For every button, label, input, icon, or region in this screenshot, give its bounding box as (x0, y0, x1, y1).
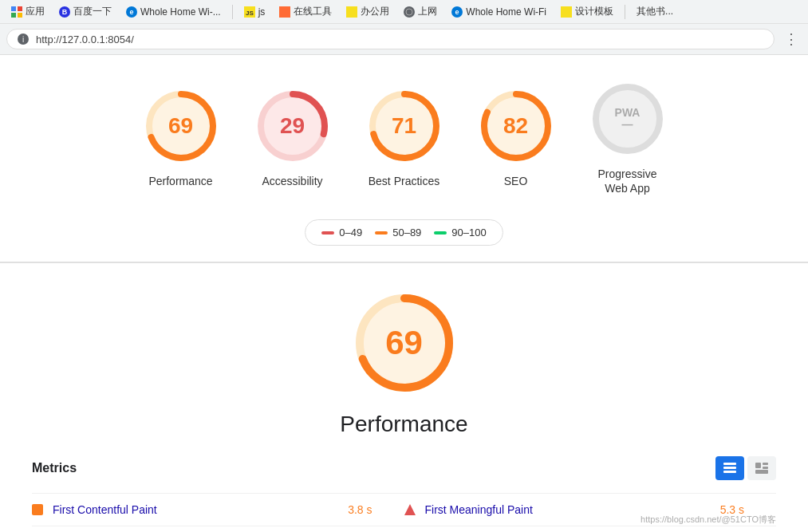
seo-circle: 82 (476, 86, 556, 166)
accessibility-score: 29 (280, 113, 305, 139)
score-cards: 69 Performance 29 Accessibility (141, 79, 668, 195)
browser-menu-button[interactable]: ⋮ (781, 30, 802, 48)
score-card-accessibility[interactable]: 29 Accessibility (253, 86, 333, 188)
design-icon (561, 6, 572, 18)
svg-text:B: B (62, 8, 68, 16)
metric-value-fcp: 3.8 s (348, 503, 404, 516)
legend-dot-red (321, 231, 334, 234)
metrics-row-1: Speed Index 3.9 s First CPU Idle 5.3 s (32, 526, 776, 532)
legend-item-orange: 50–89 (375, 227, 421, 238)
svg-rect-36 (755, 470, 768, 474)
pwa-label: ProgressiveWeb App (598, 167, 657, 195)
bookmark-office-label: 办公用 (361, 5, 389, 18)
score-card-best-practices[interactable]: 71 Best Practices (365, 86, 444, 188)
list-icon (723, 463, 736, 474)
divider-1 (232, 5, 233, 19)
svg-rect-34 (763, 463, 768, 465)
bookmark-baidu[interactable]: B 百度一下 (54, 3, 116, 20)
bookmark-tools[interactable]: 在线工具 (274, 3, 337, 20)
browser-chrome: 应用 B 百度一下 e Whole Home Wi-... JS js 在线工具… (0, 0, 808, 55)
legend: 0–49 50–89 90–100 (305, 219, 503, 246)
score-card-pwa[interactable]: PWA— ProgressiveWeb App (588, 79, 668, 195)
main-content: 69 Performance 29 Accessibility (0, 55, 808, 532)
seo-score: 82 (503, 113, 528, 139)
bookmark-other[interactable]: 其他书... (632, 3, 678, 20)
pwa-score: PWA— (600, 107, 656, 132)
svg-rect-3 (18, 13, 22, 18)
toggle-list-button[interactable] (715, 456, 744, 480)
performance-label: Performance (148, 174, 212, 188)
tools-icon (279, 6, 290, 18)
score-section: 69 Performance 29 Accessibility (0, 55, 808, 262)
metrics-table: First Contentful Paint 3.8 s First Meani… (32, 493, 776, 532)
toggle-treemap-button[interactable] (747, 456, 776, 480)
bookmark-office[interactable]: 办公用 (341, 3, 394, 20)
watermark: https://blog.csdn.net/@51CTO博客 (640, 514, 776, 526)
edge-icon: e (126, 6, 137, 18)
address-bar-row: i http://127.0.0.1:8054/ ⋮ (0, 24, 808, 54)
divider-2 (625, 5, 625, 19)
metric-name-fmp[interactable]: First Meaningful Paint (425, 503, 533, 516)
treemap-icon (755, 463, 768, 474)
baidu-icon: B (59, 6, 70, 18)
legend-range-red: 0–49 (339, 227, 362, 238)
score-card-seo[interactable]: 82 SEO (476, 86, 556, 188)
svg-text:i: i (22, 35, 24, 44)
address-text: http://127.0.0.1:8054/ (36, 33, 764, 45)
svg-rect-32 (723, 471, 736, 473)
metric-icon-fmp (404, 504, 416, 515)
svg-rect-35 (763, 467, 768, 469)
bookmark-js-label: js (258, 6, 266, 18)
js-icon: JS (244, 6, 255, 18)
legend-range-orange: 50–89 (392, 227, 421, 238)
bookmark-tools-label: 在线工具 (294, 5, 332, 18)
svg-rect-30 (723, 463, 736, 465)
address-bar[interactable]: i http://127.0.0.1:8054/ (6, 29, 774, 49)
svg-text:e: e (455, 8, 459, 16)
svg-rect-0 (11, 6, 16, 11)
accessibility-label: Accessibility (262, 174, 322, 188)
performance-detail-score: 69 (385, 324, 423, 362)
pwa-circle: PWA— (588, 79, 668, 159)
svg-rect-16 (561, 6, 572, 18)
bookmark-design[interactable]: 设计模板 (556, 3, 618, 20)
svg-rect-11 (346, 6, 357, 18)
performance-detail-title: Performance (340, 412, 467, 437)
best-practices-score: 71 (392, 113, 416, 139)
svg-text:e: e (129, 8, 133, 16)
best-practices-label: Best Practices (369, 174, 439, 188)
best-practices-circle: 71 (365, 86, 444, 166)
metrics-header: Metrics (32, 456, 776, 480)
bookmark-other-label: 其他书... (637, 5, 673, 18)
bookmark-internet[interactable]: 上网 (399, 3, 442, 20)
bookmark-js[interactable]: JS js (239, 5, 270, 19)
legend-dot-green (434, 231, 447, 234)
bookmark-whole-home[interactable]: e Whole Home Wi-... (121, 5, 226, 19)
performance-score: 69 (168, 113, 193, 139)
bookmark-whole-home2-label: Whole Home Wi-Fi (466, 6, 546, 18)
metric-icon-fcp (32, 504, 43, 515)
metrics-row-0-left: First Contentful Paint 3.8 s (32, 503, 404, 516)
bookmark-whole-home-label: Whole Home Wi-... (140, 6, 221, 18)
security-icon: i (17, 33, 30, 45)
bookmark-whole-home2[interactable]: e Whole Home Wi-Fi (447, 5, 551, 19)
bookmarks-bar: 应用 B 百度一下 e Whole Home Wi-... JS js 在线工具… (0, 0, 808, 24)
svg-point-12 (404, 6, 415, 18)
metric-name-fcp[interactable]: First Contentful Paint (53, 503, 157, 516)
edge2-icon: e (451, 6, 463, 18)
svg-rect-1 (18, 6, 22, 11)
performance-circle: 69 (141, 86, 221, 166)
performance-detail-circle: 69 (349, 287, 460, 399)
svg-rect-33 (755, 463, 761, 468)
legend-range-green: 90–100 (451, 227, 486, 238)
svg-text:JS: JS (246, 10, 254, 17)
legend-item-red: 0–49 (321, 227, 362, 238)
office-icon (346, 6, 357, 18)
score-card-performance[interactable]: 69 Performance (141, 86, 221, 188)
metrics-label: Metrics (32, 461, 77, 475)
globe-icon (404, 6, 415, 18)
metrics-toggle (715, 456, 776, 480)
bookmark-apps[interactable]: 应用 (6, 3, 49, 20)
bookmark-internet-label: 上网 (418, 5, 437, 18)
accessibility-circle: 29 (253, 86, 333, 166)
